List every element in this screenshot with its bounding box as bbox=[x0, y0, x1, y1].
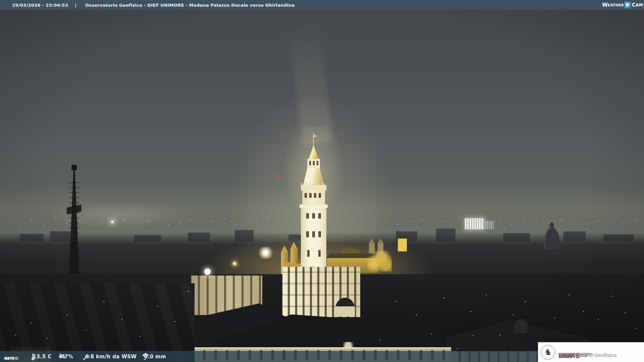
camera-title: Osservatorio Geofisico - DIEF UNIMORE - … bbox=[85, 3, 294, 8]
unimore-brand-card: ♞ UNIMORE UNIVERSITÀ DEGLI STUDI DI MODE… bbox=[538, 342, 644, 362]
observatory-line2: di Modena bbox=[562, 352, 587, 359]
webcam-view: 29/03/2026 - 23:04:53 | Osservatorio Geo… bbox=[0, 0, 644, 362]
wind-value: 4.8 km/h da WSW bbox=[85, 354, 137, 360]
logo-weather-rest: EATHER bbox=[608, 3, 624, 7]
header-bar: 29/03/2026 - 23:04:53 | Osservatorio Geo… bbox=[0, 0, 644, 10]
logo-cam-rest: AM bbox=[636, 3, 643, 7]
webcam-lens-icon bbox=[625, 2, 631, 8]
unimore-seal-icon: ♞ bbox=[541, 345, 555, 360]
logo-cam-initial: C bbox=[632, 2, 636, 8]
label-meteo: METEO bbox=[4, 357, 18, 360]
logo-weather-initial: W bbox=[602, 2, 608, 8]
separator: | bbox=[75, 3, 76, 8]
sensor-grain bbox=[0, 0, 644, 362]
temperature-value: 13.5 C bbox=[33, 354, 52, 360]
lens-sphere bbox=[626, 3, 630, 7]
timestamp: 29/03/2026 - 23:04:53 bbox=[12, 3, 68, 8]
weathercam-logo: W EATHER C AM bbox=[602, 0, 643, 10]
